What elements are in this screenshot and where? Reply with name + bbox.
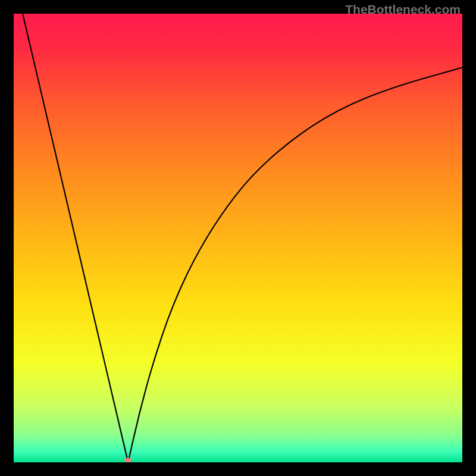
plot-area	[14, 14, 462, 462]
bottleneck-curve	[14, 14, 462, 462]
watermark-text: TheBottleneck.com	[345, 2, 461, 17]
svg-point-1	[124, 458, 132, 462]
chart-frame: TheBottleneck.com	[0, 0, 476, 476]
